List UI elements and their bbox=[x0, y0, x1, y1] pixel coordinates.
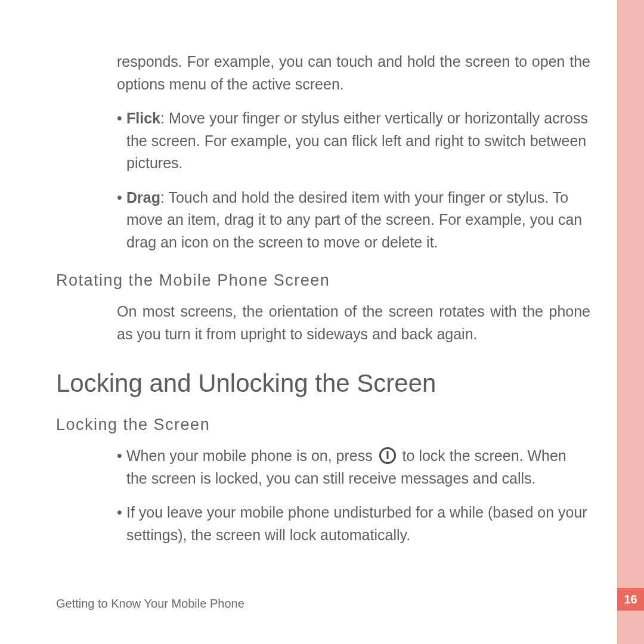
page-content: responds. For example, you can touch and… bbox=[0, 51, 596, 546]
lock-pre-text: When your mobile phone is on, press bbox=[126, 447, 377, 464]
power-icon bbox=[379, 447, 396, 464]
page-number-badge: 16 bbox=[617, 588, 644, 611]
intro-block: responds. For example, you can touch and… bbox=[117, 51, 590, 253]
lock-block: When your mobile phone is on, press to l… bbox=[117, 445, 590, 546]
flick-text: : Move your finger or stylus either vert… bbox=[126, 110, 588, 171]
side-tab bbox=[617, 0, 644, 644]
subhead-rotating: Rotating the Mobile Phone Screen bbox=[56, 271, 596, 290]
drag-text: : Touch and hold the desired item with y… bbox=[126, 189, 582, 250]
manual-page: 16 responds. For example, you can touch … bbox=[0, 0, 644, 644]
term-drag: Drag bbox=[126, 189, 160, 206]
rotate-body: On most screens, the orientation of the … bbox=[117, 301, 590, 345]
subhead-locking-screen: Locking the Screen bbox=[56, 416, 596, 434]
bullet-flick: Flick: Move your finger or stylus either… bbox=[117, 107, 590, 175]
section-locking: Locking and Unlocking the Screen bbox=[56, 369, 596, 398]
bullet-auto-lock: If you leave your mobile phone undisturb… bbox=[117, 501, 590, 546]
auto-lock-text: If you leave your mobile phone undisturb… bbox=[126, 504, 587, 543]
bullet-drag: Drag: Touch and hold the desired item wi… bbox=[117, 187, 590, 254]
intro-paragraph: responds. For example, you can touch and… bbox=[117, 51, 590, 95]
term-flick: Flick bbox=[126, 110, 160, 126]
footer-chapter: Getting to Know Your Mobile Phone bbox=[56, 597, 244, 611]
bullet-lock-press: When your mobile phone is on, press to l… bbox=[117, 445, 590, 490]
rotate-block: On most screens, the orientation of the … bbox=[117, 301, 590, 345]
